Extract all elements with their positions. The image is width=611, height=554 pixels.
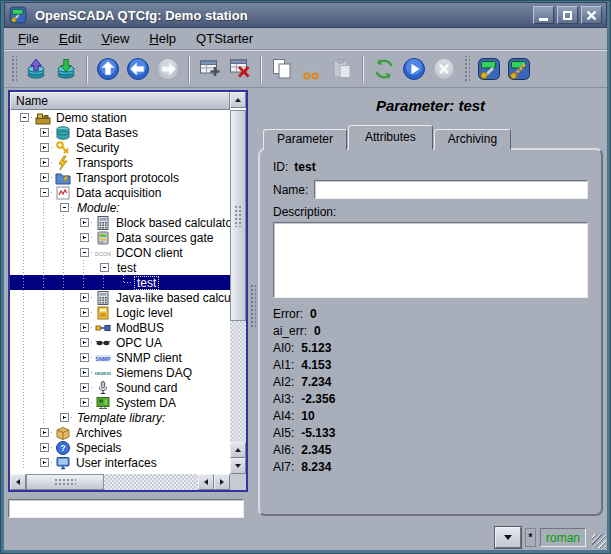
tree-item-demo-station[interactable]: Demo station: [10, 110, 230, 125]
save-to-db-button[interactable]: [51, 54, 81, 84]
expander-minus-icon[interactable]: [60, 203, 69, 212]
expander-minus-icon[interactable]: [100, 263, 109, 272]
tree-item-data-sources-gate[interactable]: Data sources gate: [10, 230, 230, 245]
expander-plus-icon[interactable]: [80, 233, 89, 242]
back-button[interactable]: [123, 54, 153, 84]
tree-scroll-left-button-right[interactable]: [198, 474, 214, 490]
tree-item-user-interfaces[interactable]: User interfaces: [10, 455, 230, 470]
expander-plus-icon[interactable]: [80, 398, 89, 407]
expander-minus-icon[interactable]: [40, 188, 49, 197]
description-textarea[interactable]: [273, 222, 588, 298]
expander-plus-icon[interactable]: [60, 413, 69, 422]
tree-item-module[interactable]: Module:: [10, 200, 230, 215]
resize-grip[interactable]: [592, 534, 606, 548]
start-icon: [402, 57, 426, 81]
tab-attributes[interactable]: Attributes: [348, 125, 433, 150]
minimize-button[interactable]: [533, 6, 554, 24]
expander-plus-icon[interactable]: [80, 293, 89, 302]
forward-button[interactable]: [153, 54, 183, 84]
tree-item-snmp-client[interactable]: SNMP SNMP client: [10, 350, 230, 365]
tree-item-transports[interactable]: Transports: [10, 155, 230, 170]
tree-item-template-library[interactable]: Template library:: [10, 410, 230, 425]
add-item-button[interactable]: [195, 54, 225, 84]
status-dropdown-button[interactable]: [495, 527, 521, 548]
menu-edit[interactable]: Edit: [49, 29, 91, 48]
expander-plus-icon[interactable]: [80, 218, 89, 227]
tree-scroll-left-button[interactable]: [10, 474, 26, 490]
toolbar-handle[interactable]: [10, 56, 17, 82]
paste-item-button[interactable]: [327, 54, 357, 84]
tree-item-opc-ua[interactable]: OPC UA: [10, 335, 230, 350]
tree-item-siemens-daq[interactable]: SIEMENS Siemens DAQ: [10, 365, 230, 380]
expander-plus-icon[interactable]: [40, 443, 49, 452]
tab-parameter[interactable]: Parameter: [263, 129, 347, 150]
tree-item-dcon-client[interactable]: DCON DCON client: [10, 245, 230, 260]
tree-vertical-scrollbar[interactable]: [230, 110, 246, 474]
cut-item-button[interactable]: [297, 54, 327, 84]
toolbar-handle[interactable]: [463, 56, 470, 82]
qtstarter-vision-icon: [507, 57, 531, 81]
tree-scroll-up-button-bottom[interactable]: [230, 442, 246, 458]
tree-item-security[interactable]: Security: [10, 140, 230, 155]
stop-update-button[interactable]: [429, 54, 459, 84]
start-update-button[interactable]: [399, 54, 429, 84]
name-input[interactable]: [314, 180, 588, 199]
tree-item-block-based-calculator[interactable]: Block based calculator: [10, 215, 230, 230]
menu-help[interactable]: Help: [139, 29, 186, 48]
paste-icon: [330, 57, 354, 81]
vertical-scrollbar-track[interactable]: [230, 321, 246, 442]
tree-header[interactable]: Name: [10, 92, 230, 110]
tree-item-system-da[interactable]: System DA: [10, 395, 230, 410]
expander-plus-icon[interactable]: [80, 338, 89, 347]
tree-item-java-like-based-calculator[interactable]: Java-like based calculator: [10, 290, 230, 305]
load-from-db-button[interactable]: [21, 54, 51, 84]
tree-scroll-down-button[interactable]: [230, 458, 246, 474]
tree-horizontal-scrollbar[interactable]: [10, 474, 230, 490]
current-user-label: roman: [540, 528, 586, 547]
expander-plus-icon[interactable]: [80, 323, 89, 332]
expander-minus-icon[interactable]: [80, 248, 89, 257]
qtstarter-configurator-button[interactable]: [474, 54, 504, 84]
cut-icon: [300, 57, 324, 81]
expander-plus-icon[interactable]: [40, 458, 49, 467]
qtstarter-vision-button[interactable]: [504, 54, 534, 84]
menu-qtstarter[interactable]: QTStarter: [186, 29, 263, 48]
vertical-scrollbar-thumb[interactable]: [230, 110, 246, 321]
tree-item-data-bases[interactable]: Data Bases: [10, 125, 230, 140]
expander-plus-icon[interactable]: [80, 368, 89, 377]
expander-plus-icon[interactable]: [40, 143, 49, 152]
up-button[interactable]: [93, 54, 123, 84]
menu-view[interactable]: View: [91, 29, 139, 48]
maximize-button[interactable]: [557, 6, 578, 24]
refresh-button[interactable]: [369, 54, 399, 84]
tree-item-specials[interactable]: ? Specials: [10, 440, 230, 455]
tree-scroll-right-button[interactable]: [214, 474, 230, 490]
expander-plus-icon[interactable]: [40, 158, 49, 167]
tree-item-test-parameter-selected[interactable]: test: [10, 275, 230, 290]
menu-file[interactable]: File: [8, 29, 49, 48]
tree-item-test-controller[interactable]: test: [10, 260, 230, 275]
expander-plus-icon[interactable]: [80, 308, 89, 317]
copy-item-button[interactable]: [267, 54, 297, 84]
horizontal-scrollbar-track[interactable]: [104, 474, 198, 490]
panel-splitter[interactable]: [248, 88, 256, 524]
expander-plus-icon[interactable]: [80, 383, 89, 392]
tab-archiving[interactable]: Archiving: [434, 129, 511, 150]
expander-plus-icon[interactable]: [40, 428, 49, 437]
tree-item-archives[interactable]: Archives: [10, 425, 230, 440]
tree-scroll-up-button[interactable]: [230, 92, 246, 108]
tree-item-modbus[interactable]: ModBUS: [10, 320, 230, 335]
expander-minus-icon[interactable]: [20, 113, 29, 122]
tree-filter-input[interactable]: [8, 499, 244, 518]
expander-plus-icon[interactable]: [40, 173, 49, 182]
expander-plus-icon[interactable]: [80, 353, 89, 362]
close-button[interactable]: [581, 6, 602, 24]
tree-item-logic-level[interactable]: Logic level: [10, 305, 230, 320]
tree-item-transport-protocols[interactable]: Transport protocols: [10, 170, 230, 185]
expander-plus-icon[interactable]: [40, 128, 49, 137]
tree-item-data-acquisition[interactable]: Data acquisition: [10, 185, 230, 200]
delete-item-button[interactable]: [225, 54, 255, 84]
close-icon: [585, 9, 598, 22]
horizontal-scrollbar-thumb[interactable]: [26, 474, 104, 490]
tree-item-sound-card[interactable]: Sound card: [10, 380, 230, 395]
